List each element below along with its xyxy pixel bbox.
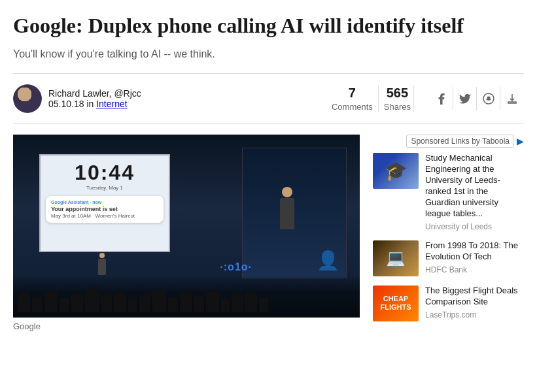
stage-screen-left: 10:44 Tuesday, May 1 Google Assistant · … (39, 154, 170, 252)
comments-label: Comments (332, 102, 373, 112)
ad-text-1: Study Mechanical Engineering at the Univ… (425, 153, 524, 231)
small-presenter (98, 253, 106, 275)
author-category-link[interactable]: Internet (96, 99, 127, 109)
image-caption: Google (13, 321, 360, 331)
assistant-bubble: Google Assistant · now Your appointment … (46, 196, 164, 223)
stage-screen-right: 👤 (242, 148, 347, 278)
taboola-arrow-icon[interactable]: ▶ (517, 136, 524, 147)
author-name: Richard Lawler, @Rjcc (48, 88, 332, 99)
ad-thumbnail-3: CHEAPFLIGHTS (373, 286, 419, 321)
comments-stat: 7 Comments (332, 86, 373, 112)
speaker (280, 187, 294, 229)
ad-source-2: HDFC Bank (425, 265, 524, 274)
speaker-head (282, 187, 292, 197)
svg-point-3 (490, 97, 491, 99)
ad-title-1: Study Mechanical Engineering at the Univ… (425, 153, 524, 219)
author-info: Richard Lawler, @Rjcc 05.10.18 in Intern… (48, 88, 332, 109)
social-icons-group (430, 87, 524, 110)
facebook-share-icon[interactable] (430, 87, 453, 110)
assistant-detail: May 3rd at 10AM · Women's Haircut (51, 213, 158, 219)
main-content: 10:44 Tuesday, May 1 Google Assistant · … (13, 135, 360, 331)
shares-count: 565 (384, 86, 411, 101)
comments-count: 7 (332, 86, 373, 101)
reddit-share-icon[interactable] (477, 87, 500, 110)
avatar-image (13, 84, 42, 113)
avatar (13, 84, 42, 113)
svg-point-2 (486, 97, 487, 99)
ad-thumbnail-1: 🎓 (373, 153, 419, 189)
shares-label: Shares (384, 102, 411, 112)
stats-social-group: 7 Comments 565 Shares (332, 86, 524, 112)
ad-item-1[interactable]: 🎓 Study Mechanical Engineering at the Un… (373, 153, 524, 231)
stat-divider-1 (378, 86, 379, 112)
content-row: 10:44 Tuesday, May 1 Google Assistant · … (13, 135, 524, 331)
article-image-container: 10:44 Tuesday, May 1 Google Assistant · … (13, 135, 360, 331)
author-row: Richard Lawler, @Rjcc 05.10.18 in Intern… (13, 84, 524, 124)
author-date-text: 05.10.18 in (48, 99, 94, 109)
ad-item-3[interactable]: CHEAPFLIGHTS The Biggest Flight Deals Co… (373, 286, 524, 321)
assistant-label: Google Assistant · now (51, 200, 158, 204)
ad-source-1: University of Leeds (425, 222, 524, 231)
author-date: 05.10.18 in Internet (48, 99, 332, 109)
download-icon[interactable] (500, 87, 524, 110)
ad-text-2: From 1998 To 2018: The Evolution Of Tech… (425, 240, 524, 276)
ad-item-2[interactable]: 💻 From 1998 To 2018: The Evolution Of Te… (373, 240, 524, 276)
article-subtitle: You'll know if you're talking to AI -- w… (13, 48, 524, 60)
ad-source-3: LaseTrips.com (425, 310, 524, 319)
ad-text-3: The Biggest Flight Deals Comparison Site… (425, 286, 524, 321)
sponsored-header: Sponsored Links by Taboola ▶ (373, 135, 524, 148)
page-container: Google: Duplex phone calling AI will ide… (0, 0, 537, 344)
assistant-message: Your appointment is set (51, 206, 158, 212)
audience-heads (13, 289, 360, 312)
ad-title-2: From 1998 To 2018: The Evolution Of Tech (425, 240, 524, 263)
twitter-share-icon[interactable] (453, 87, 477, 110)
article-title: Google: Duplex phone calling AI will ide… (13, 13, 524, 38)
divider-top (13, 73, 524, 74)
clock-date: Tuesday, May 1 (46, 185, 164, 191)
clock-time: 10:44 (46, 161, 164, 185)
google-logo-dots: ·:o1o· (220, 261, 252, 273)
social-divider-0 (413, 86, 414, 112)
ad-title-3: The Biggest Flight Deals Comparison Site (425, 286, 524, 308)
article-image: 10:44 Tuesday, May 1 Google Assistant · … (13, 135, 360, 318)
shares-stat: 565 Shares (384, 86, 411, 112)
sponsored-label: Sponsored Links by Taboola (406, 135, 514, 148)
ad-thumbnail-2: 💻 (373, 240, 419, 276)
speaker-body (280, 198, 294, 229)
sidebar: Sponsored Links by Taboola ▶ 🎓 Study Mec… (373, 135, 524, 331)
